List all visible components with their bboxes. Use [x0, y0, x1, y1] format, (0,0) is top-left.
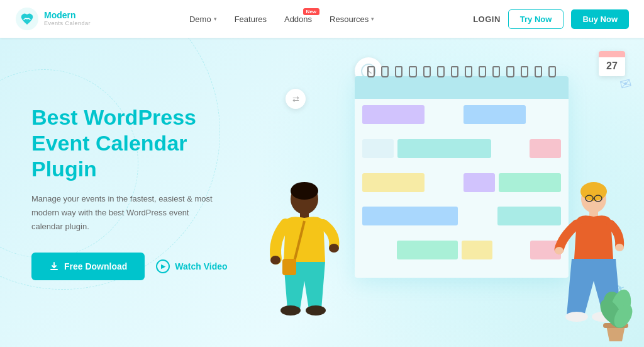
chevron-down-icon: ▾ — [371, 16, 374, 22]
new-badge: New — [303, 8, 319, 15]
svg-point-9 — [270, 256, 280, 265]
hero-section: Best WordPress Event Calendar Plugin Man… — [0, 38, 644, 347]
svg-point-8 — [329, 244, 339, 253]
logo-icon — [15, 7, 39, 31]
free-download-button[interactable]: Free Download — [31, 253, 145, 280]
hero-buttons: Free Download ▶ Watch Video — [31, 253, 239, 280]
ring — [465, 66, 472, 77]
main-nav: Demo ▾ Features Addons New Resources ▾ — [189, 14, 374, 24]
small-calendar-icon: 27 — [599, 51, 625, 76]
svg-point-6 — [291, 182, 318, 200]
svg-rect-1 — [50, 269, 58, 270]
plant-illustration — [591, 282, 641, 347]
header: Modern Events Calendar Demo ▾ Features A… — [0, 0, 644, 38]
logo-text: Modern Events Calendar — [44, 11, 91, 26]
nav-resources[interactable]: Resources ▾ — [330, 14, 374, 24]
login-button[interactable]: LOGIN — [473, 14, 501, 24]
hero-illustration: ⇄ ✉ 27 ✈ — [254, 38, 644, 347]
envelope-icon: ✉ — [618, 75, 633, 94]
calendar-rings — [367, 66, 556, 77]
svg-point-18 — [615, 244, 624, 251]
svg-point-19 — [565, 312, 588, 322]
calendar-body — [355, 76, 569, 278]
ring — [381, 66, 389, 77]
ring — [521, 66, 528, 77]
hero-title: Best WordPress Event Calendar Plugin — [31, 105, 239, 181]
person-left-illustration — [264, 171, 345, 347]
svg-point-17 — [555, 247, 564, 254]
chevron-down-icon: ▾ — [214, 16, 217, 22]
svg-rect-13 — [282, 259, 296, 275]
ring — [395, 66, 402, 77]
ring — [437, 66, 445, 77]
watch-video-button[interactable]: ▶ Watch Video — [156, 259, 227, 273]
buy-now-button[interactable]: Buy Now — [571, 9, 629, 29]
download-icon — [49, 261, 59, 271]
svg-point-10 — [280, 305, 301, 316]
share-icon: ⇄ — [286, 89, 306, 109]
ring — [409, 66, 416, 77]
hero-description: Manage your events in the fastest, easie… — [31, 192, 214, 234]
nav-features[interactable]: Features — [235, 14, 267, 24]
ring — [367, 66, 375, 77]
play-icon: ▶ — [156, 259, 170, 273]
ring — [479, 66, 486, 77]
ring — [492, 66, 500, 77]
ring — [535, 66, 542, 77]
svg-point-11 — [306, 305, 326, 316]
ring — [548, 66, 556, 77]
ring — [451, 66, 458, 77]
ring — [423, 66, 431, 77]
nav-demo[interactable]: Demo ▾ — [189, 14, 217, 24]
logo[interactable]: Modern Events Calendar — [15, 7, 91, 31]
try-now-button[interactable]: Try Now — [508, 9, 564, 29]
header-actions: LOGIN Try Now Buy Now — [473, 9, 629, 29]
ring — [506, 66, 514, 77]
nav-addons[interactable]: Addons New — [284, 14, 312, 24]
calendar-header — [355, 76, 569, 99]
hero-content: Best WordPress Event Calendar Plugin Man… — [0, 105, 239, 280]
calendar-grid — [355, 99, 569, 278]
